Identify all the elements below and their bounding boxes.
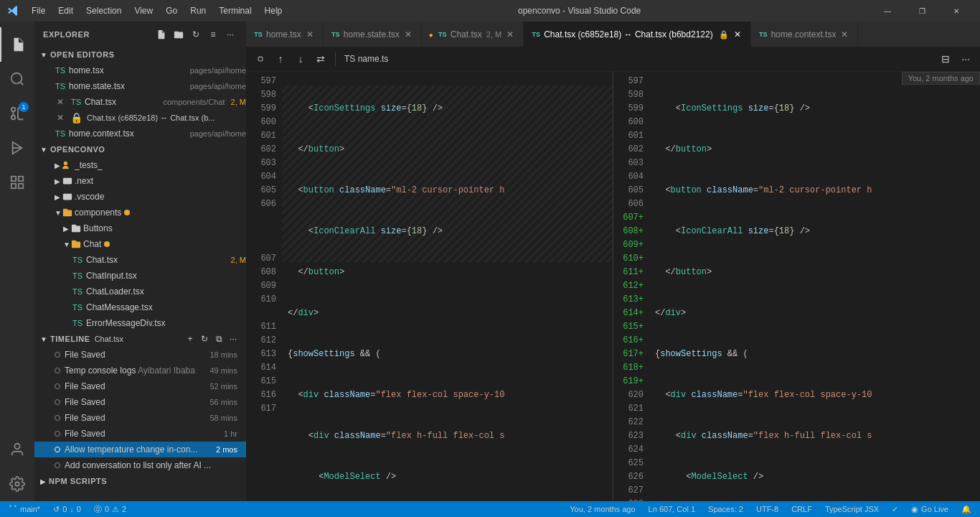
timeline-entry-label: File Saved: [65, 397, 205, 407]
file-errormessage-tsx[interactable]: TS ErrorMessageDiv.tsx: [34, 315, 246, 331]
code-line: <div className="flex h-full flex-col s: [649, 429, 980, 443]
tab-label: Chat.tsx (c6852e18) ↔ Chat.tsx (b6bd2122…: [544, 29, 712, 39]
code-line: </div>: [282, 307, 613, 320]
tsx-tab-icon: TS: [531, 29, 541, 39]
status-sync[interactable]: ↺ 0 ↓ 0: [50, 501, 84, 517]
new-file-button[interactable]: [154, 27, 169, 42]
new-folder-button[interactable]: [171, 27, 186, 42]
file-name: home.tsx: [69, 65, 184, 75]
folder-vscode[interactable]: ▶ .vscode: [34, 189, 246, 205]
tab-close-button[interactable]: ✕: [304, 29, 316, 40]
timeline-entry-label: File Saved: [65, 429, 220, 439]
timeline-filter-button[interactable]: ⧉: [212, 332, 226, 346]
code-right[interactable]: <IconSettings size={18} /> </button> <bu…: [649, 72, 980, 501]
project-section[interactable]: ▼ OPENCONVO: [34, 141, 246, 157]
file-chatmessage-tsx[interactable]: TS ChatMessage.tsx: [34, 299, 246, 315]
menu-edit[interactable]: Edit: [52, 4, 79, 17]
activity-settings[interactable]: [0, 467, 34, 501]
activity-explorer[interactable]: [0, 27, 34, 62]
toggle-inline-button[interactable]: ⊟: [937, 50, 954, 67]
menu-view[interactable]: View: [128, 4, 159, 17]
timeline-file-saved-1[interactable]: File Saved 18 mins: [34, 347, 246, 363]
file-chatinput-tsx[interactable]: TS ChatInput.tsx: [34, 268, 246, 284]
folder-buttons[interactable]: ▶ Buttons: [34, 220, 246, 236]
file-chat-tsx[interactable]: TS Chat.tsx 2, M: [34, 252, 246, 268]
tab-chat-tsx[interactable]: ● TS Chat.tsx 2, M ✕: [422, 22, 524, 47]
timeline-console-logs[interactable]: Temp console logs Ayibatari Ibaba 49 min…: [34, 363, 246, 378]
menu-go[interactable]: Go: [160, 4, 183, 17]
status-prettier[interactable]: ✓: [889, 501, 901, 517]
activity-extensions[interactable]: [0, 165, 34, 200]
timeline-allow-temp[interactable]: Allow temperature change in-con... 2 mos: [34, 442, 246, 457]
folder-next[interactable]: ▶ .next: [34, 173, 246, 189]
folder-components[interactable]: ▼ components: [34, 205, 246, 220]
timeline-file-saved-3[interactable]: File Saved 56 mins: [34, 394, 246, 410]
tab-home-context-tsx[interactable]: TS home.context.tsx ✕: [751, 22, 859, 47]
collapse-all-button[interactable]: ≡: [206, 27, 220, 42]
timeline-add-button[interactable]: +: [183, 332, 197, 346]
tab-close-button[interactable]: ✕: [732, 29, 743, 40]
menu-run[interactable]: Run: [184, 4, 212, 17]
code-left[interactable]: <IconSettings size={18} /> </button> <bu…: [282, 72, 613, 501]
tab-close-button[interactable]: ✕: [839, 29, 850, 40]
open-editor-chat-diff[interactable]: ✕ 🔒 Chat.tsx (c6852e18) ↔ Chat.tsx (b...: [34, 110, 246, 126]
status-eol[interactable]: CRLF: [788, 501, 815, 517]
modified-badge: 2, M: [231, 256, 246, 264]
diff-left-pane: 5975985996006016026036046056066076086096…: [246, 72, 613, 501]
timeline-file-saved-5[interactable]: File Saved 1 hr: [34, 426, 246, 442]
status-spaces[interactable]: Spaces: 2: [705, 501, 746, 517]
menu-terminal[interactable]: Terminal: [213, 4, 257, 17]
code-line: </button>: [649, 266, 980, 279]
refresh-button[interactable]: ↻: [189, 27, 203, 42]
status-cursor[interactable]: Ln 607, Col 1: [646, 501, 698, 517]
timeline-refresh-button[interactable]: ↻: [197, 332, 212, 346]
status-branch[interactable]: main*: [6, 501, 43, 517]
more-diff-button[interactable]: ···: [957, 50, 974, 67]
menu-selection[interactable]: Selection: [80, 4, 127, 17]
activity-run[interactable]: [0, 131, 34, 165]
scroll-up-button[interactable]: ↑: [272, 50, 289, 67]
status-notifications[interactable]: 🔔: [958, 501, 974, 517]
activity-accounts[interactable]: [0, 432, 34, 467]
timeline-add-conversation[interactable]: Add conversation to list only after AI .…: [34, 457, 246, 473]
settings-toolbar-button[interactable]: [252, 50, 269, 67]
file-chatloader-tsx[interactable]: TS ChatLoader.tsx: [34, 284, 246, 299]
tab-close-button[interactable]: ✕: [402, 29, 414, 40]
npm-scripts-section[interactable]: ▶ NPM SCRIPTS: [34, 473, 246, 489]
folder-chat[interactable]: ▼ Chat: [34, 236, 246, 252]
activity-source-control[interactable]: 1: [0, 96, 34, 131]
swap-sides-button[interactable]: ⇄: [312, 50, 329, 67]
status-errors[interactable]: ⓪ 0 ⚠ 2: [91, 501, 129, 517]
folder-tests[interactable]: ▶ _tests_: [34, 157, 246, 173]
timeline-more-button[interactable]: ···: [226, 332, 240, 346]
menu-help[interactable]: Help: [259, 4, 288, 17]
timeline-file-saved-2[interactable]: File Saved 52 mins: [34, 378, 246, 394]
more-actions-button[interactable]: ···: [223, 27, 237, 42]
activity-search[interactable]: [0, 62, 34, 96]
timeline-file-saved-4[interactable]: File Saved 58 mins: [34, 410, 246, 426]
open-editor-chat-tsx[interactable]: ✕ TS Chat.tsx components/Chat 2, M: [34, 94, 246, 110]
status-encoding[interactable]: UTF-8: [753, 501, 781, 517]
timeline-section[interactable]: ▼ TIMELINE Chat.tsx + ↻ ⧉ ···: [34, 331, 246, 347]
tab-home-tsx[interactable]: TS home.tsx ✕: [246, 22, 324, 47]
minimize-button[interactable]: —: [871, 0, 904, 22]
code-line: <button className="ml-2 cursor-pointer h: [282, 184, 613, 197]
scroll-down-button[interactable]: ↓: [292, 50, 309, 67]
tab-home-state-tsx[interactable]: TS home.state.tsx ✕: [324, 22, 422, 47]
status-go-live[interactable]: ◉ Go Live: [908, 501, 951, 517]
open-editors-section[interactable]: ▼ OPEN EDITORS: [34, 47, 246, 62]
sidebar-header: Explorer ↻ ≡ ···: [34, 22, 246, 47]
code-line: </div>: [649, 307, 980, 320]
open-editor-home-context[interactable]: TS home.context.tsx pages/api/home: [34, 126, 246, 141]
tab-close-button[interactable]: ✕: [504, 29, 516, 40]
open-editor-home-tsx[interactable]: TS home.tsx pages/api/home: [34, 62, 246, 78]
menu-file[interactable]: File: [26, 4, 51, 17]
maximize-button[interactable]: ❐: [905, 0, 938, 22]
main-area: 1 Explorer ↻ ≡: [0, 22, 980, 501]
close-tab-button[interactable]: ✕: [55, 96, 66, 108]
close-button[interactable]: ✕: [940, 0, 973, 22]
close-diff-button[interactable]: ✕: [55, 112, 66, 124]
status-language[interactable]: TypeScript JSX: [822, 501, 882, 517]
open-editor-home-state-tsx[interactable]: TS home.state.tsx pages/api/home: [34, 78, 246, 94]
tab-chat-diff[interactable]: TS Chat.tsx (c6852e18) ↔ Chat.tsx (b6bd2…: [524, 22, 750, 47]
